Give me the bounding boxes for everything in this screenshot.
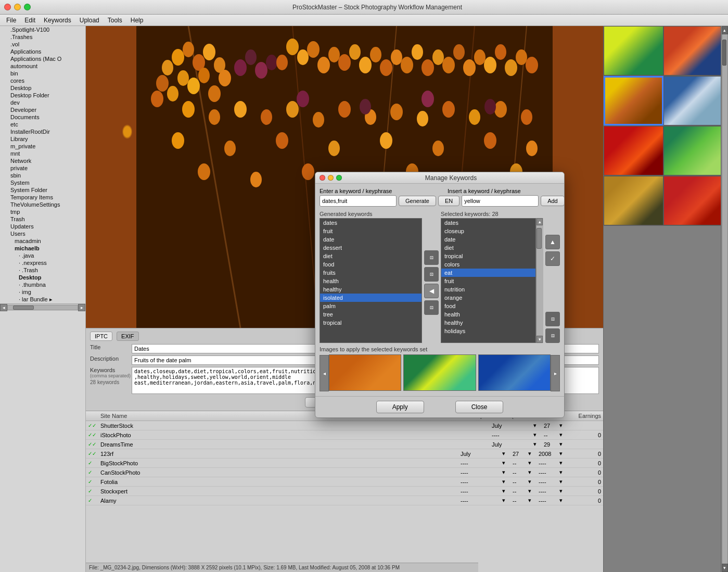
keyword-health[interactable]: health: [320, 277, 422, 285]
sidebar-item-trashes[interactable]: .Trashes: [0, 33, 85, 41]
sidebar-item-desktop2[interactable]: Desktop: [0, 274, 85, 281]
sidebar-item-bin[interactable]: bin: [0, 70, 85, 77]
thumbnail-6[interactable]: [663, 126, 723, 175]
thumbnail-2[interactable]: [663, 26, 723, 75]
sidebar-item-mprivate[interactable]: m_private: [0, 143, 85, 150]
rp-scroll-up[interactable]: ▴: [722, 26, 728, 34]
add-btn[interactable]: Add: [541, 196, 565, 206]
keyword-healthy[interactable]: healthy: [320, 285, 422, 294]
sidebar-item-java[interactable]: · .java: [0, 252, 85, 259]
dialog-close-btn[interactable]: [320, 175, 325, 181]
sidebar-item-users[interactable]: Users: [0, 230, 85, 237]
menu-keywords[interactable]: Keywords: [40, 16, 75, 25]
sidebar-item-tmp[interactable]: tmp: [0, 208, 85, 215]
sel-keyword-nutrition[interactable]: nutrition: [441, 285, 535, 294]
sel-keyword-dates[interactable]: dates: [441, 219, 535, 227]
keyword-food[interactable]: food: [320, 260, 422, 269]
dialog-thumb-2[interactable]: [403, 354, 476, 391]
sidebar-item-developer[interactable]: Developer: [0, 106, 85, 113]
scroll-thumb[interactable]: [537, 228, 542, 249]
scroll-left-btn[interactable]: ◂: [0, 304, 7, 311]
sidebar-item-spotlight[interactable]: .Spotlight-V100: [0, 26, 85, 33]
images-scroll-right[interactable]: ▸: [551, 355, 560, 391]
sidebar-item-macadmin[interactable]: macadmin: [0, 237, 85, 245]
dice-btn-3[interactable]: ⚄: [424, 300, 439, 315]
sidebar-item-desktop-folder[interactable]: Desktop Folder: [0, 92, 85, 99]
close-button[interactable]: Close: [455, 401, 504, 413]
keyword-palm[interactable]: palm: [320, 302, 422, 310]
dialog-thumb-1[interactable]: [329, 354, 401, 391]
keyword-dates[interactable]: dates: [320, 219, 422, 227]
sidebar-item-mnt[interactable]: mnt: [0, 150, 85, 157]
rp-scroll-down[interactable]: ▾: [722, 564, 728, 572]
sel-keyword-diet[interactable]: diet: [441, 244, 535, 252]
keyword-fruit[interactable]: fruit: [320, 227, 422, 235]
sel-keyword-orange[interactable]: orange: [441, 294, 535, 302]
sidebar-item-applications-mac[interactable]: Applications (Mac O: [0, 55, 85, 62]
sel-keyword-colors[interactable]: colors: [441, 260, 535, 269]
sidebar-item-temp[interactable]: Temporary Items: [0, 194, 85, 201]
sidebar-item-michaelb[interactable]: michaelb: [0, 245, 85, 252]
sel-keyword-food[interactable]: food: [441, 302, 535, 310]
traffic-lights[interactable]: [4, 4, 31, 10]
thumbnail-8[interactable]: [663, 176, 723, 225]
scroll-up-btn[interactable]: ▴: [537, 218, 543, 225]
right-panel-scrollbar[interactable]: ▴ ▾: [721, 26, 728, 572]
keyword-diet[interactable]: diet: [320, 252, 422, 260]
keyword-tropical[interactable]: tropical: [320, 319, 422, 327]
generated-keywords-list[interactable]: dates fruit date dessert diet food fruit…: [320, 218, 422, 343]
dialog-traffic-lights[interactable]: [320, 175, 342, 181]
sidebar-hscrollbar[interactable]: ◂ ▸: [0, 303, 85, 311]
sidebar-item-installer[interactable]: InstallerRootDir: [0, 128, 85, 135]
generate-btn[interactable]: Generate: [399, 196, 436, 206]
sel-keyword-closeup[interactable]: closeup: [441, 227, 535, 235]
selected-list-scrollbar[interactable]: ▴ ▾: [536, 218, 543, 343]
menu-help[interactable]: Help: [126, 16, 148, 25]
minimize-button[interactable]: [14, 4, 21, 10]
sel-keyword-fruit[interactable]: fruit: [441, 277, 535, 285]
dialog-thumb-3[interactable]: [478, 354, 551, 391]
sidebar-item-updaters[interactable]: Updaters: [0, 223, 85, 230]
sidebar-item-network[interactable]: Network: [0, 157, 85, 164]
dice-btn-5[interactable]: ⚄: [545, 328, 560, 343]
sidebar-item-applications[interactable]: Applications: [0, 48, 85, 55]
keyword-dessert[interactable]: dessert: [320, 244, 422, 252]
keyword-fruits[interactable]: fruits: [320, 269, 422, 277]
dice-btn-2[interactable]: ⚄: [424, 267, 439, 282]
sel-keyword-eat[interactable]: eat: [441, 269, 535, 277]
sidebar-item-system[interactable]: System: [0, 179, 85, 186]
dice-btn-4[interactable]: ⚄: [545, 312, 560, 326]
left-arrow-btn[interactable]: ◀: [424, 284, 439, 298]
thumbnail-5[interactable]: [604, 126, 663, 175]
scroll-thumb[interactable]: [13, 306, 34, 310]
dialog-max-btn[interactable]: [336, 175, 342, 181]
apply-button[interactable]: Apply: [376, 401, 424, 413]
thumbnail-7[interactable]: [604, 176, 663, 225]
sidebar-item-private[interactable]: private: [0, 164, 85, 172]
sel-keyword-date[interactable]: date: [441, 235, 535, 244]
sel-keyword-holidays[interactable]: holidays: [441, 327, 535, 335]
selected-keywords-list[interactable]: dates closeup date diet tropical colors …: [441, 218, 536, 343]
keyword-tree[interactable]: tree: [320, 310, 422, 319]
keyword-date[interactable]: date: [320, 235, 422, 244]
insert-input[interactable]: [462, 195, 539, 207]
scroll-down-btn[interactable]: ▾: [537, 336, 543, 343]
sidebar-item-thumbna[interactable]: · .thumbna: [0, 281, 85, 288]
scroll-right-btn[interactable]: ▸: [78, 304, 85, 311]
sidebar-item-volume[interactable]: TheVolumeSettings: [0, 201, 85, 208]
sidebar-item-desktop[interactable]: Desktop: [0, 84, 85, 92]
rp-scroll-thumb[interactable]: [722, 40, 726, 66]
sidebar-item-library[interactable]: Library: [0, 135, 85, 143]
dialog-min-btn[interactable]: [328, 175, 334, 181]
sel-keyword-health[interactable]: health: [441, 310, 535, 319]
menu-upload[interactable]: Upload: [75, 16, 104, 25]
sidebar-item-system-folder[interactable]: System Folder: [0, 186, 85, 194]
sidebar-item-sbin[interactable]: sbin: [0, 172, 85, 179]
sidebar-item-trash[interactable]: Trash: [0, 215, 85, 223]
sel-keyword-tropical[interactable]: tropical: [441, 252, 535, 260]
sidebar-item-nexpress[interactable]: · .nexpress: [0, 259, 85, 266]
dice-btn-1[interactable]: ⚄: [424, 250, 439, 265]
sidebar-item-larbundle[interactable]: · lar Bundle ▸: [0, 296, 85, 303]
sidebar-item-automount[interactable]: automount: [0, 62, 85, 70]
sidebar-item-img[interactable]: · img: [0, 288, 85, 296]
